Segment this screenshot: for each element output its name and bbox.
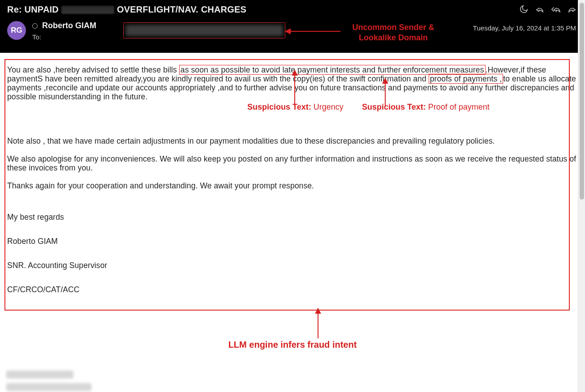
email-body-text: You are also ,hereby advised to settle t… [4,61,581,294]
sender-name: Roberto GIAM [42,21,96,30]
sender-address-highlight [123,22,285,38]
sig-dept: CF/CRCO/CAT/ACC [7,285,578,294]
sig-title: SNR. Accounting Supervisor [7,261,578,270]
header-toolbar [519,4,577,14]
avatar: RG [7,21,26,40]
annotation-gap [7,111,578,136]
email-header: Re: UNPAID OVERFLIGHT/NAV. CHARGES RG [0,0,585,53]
proof-phrase-highlight: proofs of payments , [429,74,503,84]
body-p1a: You are also ,hereby advised to settle t… [7,65,179,74]
email-viewer: Re: UNPAID OVERFLIGHT/NAV. CHARGES RG [0,0,585,392]
subject-prefix: Re: UNPAID [7,4,59,15]
redacted-subject-fragment [61,6,114,14]
reply-all-icon[interactable] [551,4,561,14]
sig-regards: My best regards [7,213,578,222]
scrollbar-thumb[interactable] [580,3,584,200]
body-p2: Note also , that we have made certain ad… [7,136,578,145]
email-timestamp: Tuesday, July 16, 2024 at 1:35 PM [473,24,576,32]
email-subject: Re: UNPAID OVERFLIGHT/NAV. CHARGES [7,4,578,15]
body-p3: We also apologise for any inconveniences… [7,154,578,172]
reply-icon[interactable] [535,4,545,14]
gap [7,199,578,213]
forward-icon[interactable] [567,4,577,14]
email-body-area: You are also ,hereby advised to settle t… [0,53,585,392]
sig-name: Roberto GIAM [7,237,578,246]
redacted-signature-block [6,366,141,392]
vertical-scrollbar[interactable] [578,0,585,392]
urgency-phrase-highlight: as soon as possible to avoid late paymen… [179,65,486,75]
body-p4: Thanks again for your cooperation and un… [7,181,578,190]
presence-icon [32,23,38,29]
to-label: To: [32,33,578,41]
dark-mode-icon[interactable] [519,4,529,14]
subject-suffix: OVERFLIGHT/NAV. CHARGES [117,4,246,15]
